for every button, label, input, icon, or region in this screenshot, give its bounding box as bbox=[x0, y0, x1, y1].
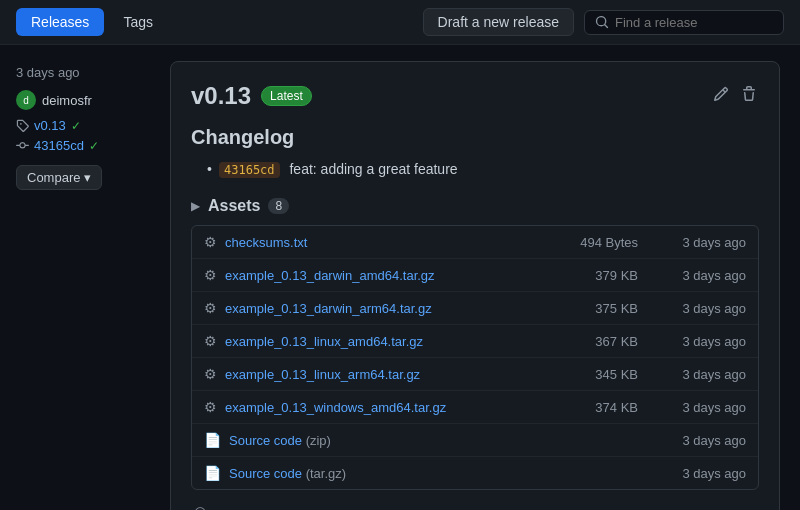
sidebar-tag-row: v0.13 ✓ bbox=[16, 118, 134, 133]
sidebar-user: d deimosfr bbox=[16, 90, 134, 110]
table-row: 📄 Source code (zip) 3 days ago bbox=[192, 424, 758, 457]
asset-link[interactable]: example_0.13_linux_amd64.tar.gz bbox=[225, 334, 540, 349]
table-row: 📄 Source code (tar.gz) 3 days ago bbox=[192, 457, 758, 489]
release-actions bbox=[711, 84, 759, 108]
delete-release-button[interactable] bbox=[739, 84, 759, 108]
source-code-tar-link[interactable]: Source code bbox=[229, 466, 302, 481]
tab-group: Releases Tags bbox=[16, 8, 168, 36]
release-header: v0.13 Latest bbox=[191, 82, 759, 110]
source-code-tar-suffix: (tar.gz) bbox=[306, 466, 346, 481]
tag-check-icon: ✓ bbox=[71, 119, 81, 133]
archive-icon: ⚙ bbox=[204, 267, 217, 283]
trash-icon bbox=[741, 86, 757, 102]
archive-icon: ⚙ bbox=[204, 366, 217, 382]
changelog-item: 43165cd feat: adding a great feature bbox=[207, 161, 759, 177]
release-content: v0.13 Latest Cha bbox=[150, 45, 800, 510]
archive-icon: ⚙ bbox=[204, 234, 217, 250]
sidebar-tag-name: v0.13 bbox=[34, 118, 66, 133]
asset-size: 379 KB bbox=[548, 268, 638, 283]
release-title-row: v0.13 Latest bbox=[191, 82, 312, 110]
asset-size: 374 KB bbox=[548, 400, 638, 415]
top-nav: Releases Tags Draft a new release bbox=[0, 0, 800, 45]
asset-date: 3 days ago bbox=[646, 334, 746, 349]
archive-icon: ⚙ bbox=[204, 300, 217, 316]
source-code-zip-label: Source code (zip) bbox=[229, 433, 540, 448]
asset-size: 494 Bytes bbox=[548, 235, 638, 250]
changelog-title: Changelog bbox=[191, 126, 759, 149]
search-icon bbox=[595, 15, 609, 29]
assets-count-badge: 8 bbox=[268, 198, 289, 214]
edit-release-button[interactable] bbox=[711, 84, 731, 108]
sidebar-time: 3 days ago bbox=[16, 65, 134, 80]
commit-check-icon: ✓ bbox=[89, 139, 99, 153]
source-code-tar-label: Source code (tar.gz) bbox=[229, 466, 540, 481]
asset-date: 3 days ago bbox=[646, 367, 746, 382]
table-row: ⚙ example_0.13_linux_amd64.tar.gz 367 KB… bbox=[192, 325, 758, 358]
sidebar-username: deimosfr bbox=[42, 93, 92, 108]
draft-release-button[interactable]: Draft a new release bbox=[423, 8, 574, 36]
asset-date: 3 days ago bbox=[646, 400, 746, 415]
source-code-zip-suffix: (zip) bbox=[306, 433, 331, 448]
table-row: ⚙ example_0.13_linux_arm64.tar.gz 345 KB… bbox=[192, 358, 758, 391]
asset-date: 3 days ago bbox=[646, 235, 746, 250]
assets-title: Assets bbox=[208, 197, 260, 215]
changelog-message: feat: adding a great feature bbox=[289, 161, 457, 177]
asset-date: 3 days ago bbox=[646, 433, 746, 448]
sidebar: 3 days ago d deimosfr v0.13 ✓ 43165cd ✓ … bbox=[0, 45, 150, 510]
releases-tab[interactable]: Releases bbox=[16, 8, 104, 36]
search-box bbox=[584, 10, 784, 35]
file-icon: 📄 bbox=[204, 432, 221, 448]
tags-tab[interactable]: Tags bbox=[108, 8, 168, 36]
archive-icon: ⚙ bbox=[204, 333, 217, 349]
asset-link[interactable]: example_0.13_darwin_arm64.tar.gz bbox=[225, 301, 540, 316]
source-code-link[interactable]: Source code bbox=[229, 433, 302, 448]
sidebar-commit-row: 43165cd ✓ bbox=[16, 138, 134, 153]
assets-section: ▶ Assets 8 ⚙ checksums.txt 494 Bytes 3 d… bbox=[191, 197, 759, 490]
commit-icon bbox=[16, 139, 29, 152]
avatar: d bbox=[16, 90, 36, 110]
search-input[interactable] bbox=[615, 15, 773, 30]
assets-table: ⚙ checksums.txt 494 Bytes 3 days ago ⚙ e… bbox=[191, 225, 759, 490]
edit-icon bbox=[713, 86, 729, 102]
table-row: ⚙ checksums.txt 494 Bytes 3 days ago bbox=[192, 226, 758, 259]
changelog-commit-hash: 43165cd bbox=[219, 162, 280, 178]
release-version: v0.13 bbox=[191, 82, 251, 110]
file-icon: 📄 bbox=[204, 465, 221, 481]
changelog-list: 43165cd feat: adding a great feature bbox=[191, 161, 759, 177]
asset-date: 3 days ago bbox=[646, 268, 746, 283]
emoji-reaction-button[interactable]: ☺ bbox=[191, 502, 759, 510]
archive-icon: ⚙ bbox=[204, 399, 217, 415]
table-row: ⚙ example_0.13_windows_amd64.tar.gz 374 … bbox=[192, 391, 758, 424]
release-card: v0.13 Latest Cha bbox=[170, 61, 780, 510]
main-layout: 3 days ago d deimosfr v0.13 ✓ 43165cd ✓ … bbox=[0, 45, 800, 510]
compare-button[interactable]: Compare ▾ bbox=[16, 165, 102, 190]
asset-size: 367 KB bbox=[548, 334, 638, 349]
asset-link[interactable]: example_0.13_linux_arm64.tar.gz bbox=[225, 367, 540, 382]
asset-size: 375 KB bbox=[548, 301, 638, 316]
header-actions: Draft a new release bbox=[423, 8, 784, 36]
assets-chevron-icon: ▶ bbox=[191, 199, 200, 213]
assets-header: ▶ Assets 8 bbox=[191, 197, 759, 215]
latest-badge: Latest bbox=[261, 86, 312, 106]
compare-chevron-icon: ▾ bbox=[84, 170, 91, 185]
asset-size: 345 KB bbox=[548, 367, 638, 382]
table-row: ⚙ example_0.13_darwin_amd64.tar.gz 379 K… bbox=[192, 259, 758, 292]
asset-link[interactable]: checksums.txt bbox=[225, 235, 540, 250]
tag-icon bbox=[16, 119, 29, 132]
asset-link[interactable]: example_0.13_windows_amd64.tar.gz bbox=[225, 400, 540, 415]
asset-date: 3 days ago bbox=[646, 466, 746, 481]
asset-link[interactable]: example_0.13_darwin_amd64.tar.gz bbox=[225, 268, 540, 283]
sidebar-commit-hash: 43165cd bbox=[34, 138, 84, 153]
table-row: ⚙ example_0.13_darwin_arm64.tar.gz 375 K… bbox=[192, 292, 758, 325]
asset-date: 3 days ago bbox=[646, 301, 746, 316]
compare-label: Compare bbox=[27, 170, 80, 185]
